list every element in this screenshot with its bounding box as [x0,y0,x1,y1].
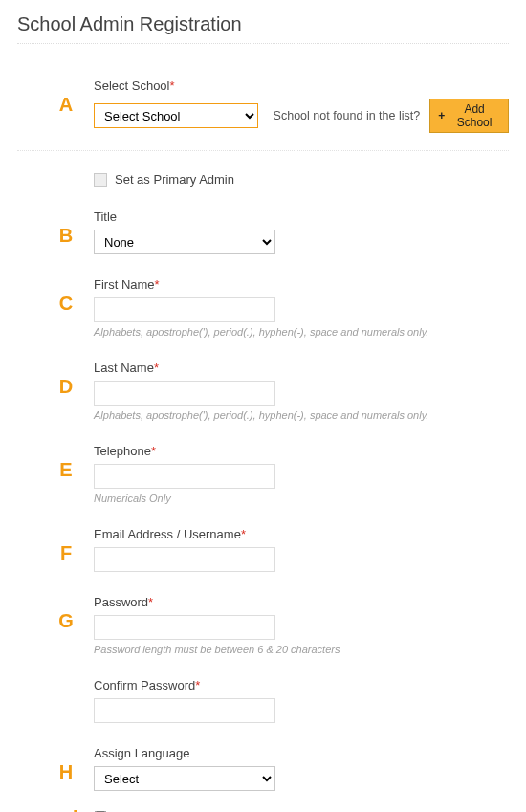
primary-admin-label: Set as Primary Admin [115,172,234,187]
school-not-found-text: School not found in the list? [274,109,421,122]
password-hint: Password length must be between 6 & 20 c… [94,644,509,655]
marker-a: A [52,94,80,116]
primary-admin-checkbox[interactable] [94,173,107,187]
marker-h: H [52,761,80,783]
first-name-input[interactable] [94,297,275,322]
marker-f: F [52,542,80,564]
select-school[interactable]: Select School [94,103,258,128]
plus-icon [438,109,445,122]
marker-e: E [52,459,80,481]
confirm-password-input[interactable] [94,698,275,723]
assign-language-label: Assign Language [94,746,509,760]
marker-b: B [52,225,80,247]
select-school-label: Select School* [94,78,509,93]
last-name-input[interactable] [94,381,275,406]
title-select[interactable]: None [94,230,275,254]
last-name-hint: Alphabets, apostrophe('), period(.), hyp… [94,409,509,421]
assign-language-select[interactable]: Select [94,766,275,791]
last-name-label: Last Name* [94,361,509,375]
first-name-hint: Alphabets, apostrophe('), period(.), hyp… [94,326,509,338]
password-input[interactable] [94,615,275,640]
password-label: Password* [94,595,509,609]
add-school-button[interactable]: Add School [429,99,509,133]
telephone-hint: Numericals Only [94,493,509,504]
marker-d: D [52,376,80,398]
email-input[interactable] [94,547,275,572]
telephone-label: Telephone* [94,444,509,458]
page-title: School Admin Registration [17,13,509,35]
title-label: Title [94,209,509,224]
marker-g: G [52,610,80,632]
marker-c: C [52,293,80,315]
telephone-input[interactable] [94,464,275,489]
confirm-password-label: Confirm Password* [94,678,509,692]
email-label: Email Address / Username* [94,527,509,541]
marker-i: I [73,806,78,812]
first-name-label: First Name* [94,277,509,292]
